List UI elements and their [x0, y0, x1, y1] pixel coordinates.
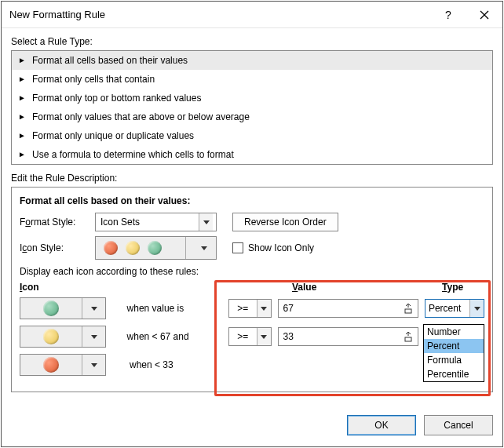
chevron-down-icon: [199, 213, 213, 231]
operator-value: >=: [229, 303, 257, 314]
reverse-icon-order-label: Reverse Icon Order: [244, 217, 327, 228]
bullet-icon: ►: [18, 56, 27, 64]
close-icon: [480, 10, 489, 20]
rule-type-item[interactable]: ► Format all cells based on their values: [12, 51, 492, 70]
collapse-dialog-icon[interactable]: [400, 329, 416, 344]
cancel-label: Cancel: [444, 420, 473, 431]
condition-text: when < 67 and: [118, 331, 228, 342]
rule-description-box: Format all cells based on their values: …: [11, 187, 493, 392]
type-dropdown[interactable]: Percent: [425, 299, 484, 318]
bullet-icon: ►: [18, 75, 27, 83]
rule-type-item[interactable]: ► Use a formula to determine which cells…: [12, 145, 492, 164]
condition-text: when value is: [118, 303, 228, 314]
chevron-down-icon: [257, 328, 271, 345]
bullet-icon: ►: [18, 151, 27, 158]
value-input[interactable]: 33: [278, 327, 418, 346]
condition-text: when < 33: [120, 359, 234, 370]
show-icon-only-checkbox[interactable]: Show Icon Only: [232, 242, 314, 253]
dialog-footer: OK Cancel: [2, 404, 502, 446]
traffic-green-icon: [148, 241, 162, 255]
format-style-row: Format Style: Icon Sets Reverse Icon Ord…: [20, 213, 484, 231]
type-dropdown-list[interactable]: Number Percent Formula Percentile: [423, 324, 484, 382]
traffic-red-icon: [43, 357, 59, 373]
type-option[interactable]: Percent: [424, 339, 484, 353]
ok-label: OK: [374, 420, 388, 431]
display-rules-hint: Display each icon according to these rul…: [20, 266, 484, 277]
rule-type-item[interactable]: ► Format only unique or duplicate values: [12, 126, 492, 145]
rule-type-list[interactable]: ► Format all cells based on their values…: [11, 50, 493, 165]
icon-picker[interactable]: [20, 297, 106, 319]
bullet-icon: ►: [18, 132, 27, 140]
icon-style-dropdown[interactable]: [95, 236, 217, 260]
value-text: 33: [283, 331, 400, 342]
icon-rules-header: Icon Value Type: [20, 282, 484, 293]
rule-type-item[interactable]: ► Format only top or bottom ranked value…: [12, 89, 492, 107]
reverse-icon-order-button[interactable]: Reverse Icon Order: [232, 213, 338, 231]
ok-button[interactable]: OK: [347, 415, 416, 435]
collapse-dialog-icon[interactable]: [400, 300, 416, 316]
rule-type-item[interactable]: ► Format only values that are above or b…: [12, 107, 492, 126]
traffic-yellow-icon: [126, 241, 140, 255]
bullet-icon: ►: [18, 113, 27, 121]
chevron-down-icon: [257, 300, 271, 317]
show-icon-only-label: Show Icon Only: [248, 242, 314, 253]
svg-rect-3: [405, 337, 411, 341]
rule-type-text: Format only top or bottom ranked values: [32, 93, 201, 104]
type-option[interactable]: Number: [424, 325, 484, 339]
icon-style-label: Icon Style:: [20, 242, 89, 253]
rule-type-label: Select a Rule Type:: [11, 36, 493, 47]
format-style-value: Icon Sets: [100, 217, 140, 228]
checkbox-icon: [232, 242, 243, 253]
operator-dropdown[interactable]: >=: [228, 327, 272, 346]
icon-rule-row: when value is >= 67 Percent: [20, 297, 484, 319]
rule-type-text: Use a formula to determine which cells t…: [32, 149, 234, 160]
format-style-dropdown[interactable]: Icon Sets: [95, 213, 217, 231]
help-button[interactable]: ?: [430, 2, 466, 28]
traffic-yellow-icon: [43, 329, 59, 344]
chevron-down-icon: [82, 355, 105, 375]
operator-value: >=: [229, 331, 257, 342]
rule-description-label: Edit the Rule Description:: [11, 173, 493, 184]
chevron-down-icon: [82, 298, 105, 319]
rule-type-text: Format only values that are above or bel…: [32, 111, 250, 122]
rule-description-title: Format all cells based on their values:: [20, 195, 484, 206]
rule-type-text: Format all cells based on their values: [32, 55, 188, 66]
bullet-icon: ►: [18, 94, 27, 102]
svg-rect-2: [405, 309, 411, 313]
rule-type-text: Format only unique or duplicate values: [32, 130, 194, 141]
dialog-content: Select a Rule Type: ► Format all cells b…: [2, 28, 502, 404]
type-option[interactable]: Percentile: [424, 367, 484, 381]
icon-rule-row: when < 67 and >= 33 Percent: [20, 326, 484, 348]
dialog-new-formatting-rule: New Formatting Rule ? Select a Rule Type…: [1, 1, 503, 447]
close-button[interactable]: [466, 2, 502, 28]
rule-type-text: Format only cells that contain: [32, 74, 155, 85]
value-input[interactable]: 67: [278, 299, 418, 318]
icon-rule-row: when < 33: [20, 354, 484, 376]
rule-type-item[interactable]: ► Format only cells that contain: [12, 70, 492, 89]
cancel-button[interactable]: Cancel: [424, 415, 493, 435]
type-option[interactable]: Formula: [424, 353, 484, 367]
chevron-down-icon: [82, 326, 105, 347]
titlebar: New Formatting Rule ?: [2, 2, 502, 28]
icon-style-row: Icon Style: Show Icon Only: [20, 236, 484, 260]
type-value: Percent: [429, 303, 461, 314]
operator-dropdown[interactable]: >=: [228, 299, 272, 318]
value-text: 67: [283, 303, 400, 314]
chevron-down-icon: [195, 237, 213, 259]
traffic-green-icon: [43, 300, 59, 316]
icon-picker[interactable]: [20, 326, 106, 348]
traffic-red-icon: [104, 241, 118, 255]
icon-picker[interactable]: [20, 354, 106, 376]
chevron-down-icon: [469, 300, 484, 317]
format-style-label: Format Style:: [20, 217, 89, 228]
window-title: New Formatting Rule: [9, 9, 430, 20]
